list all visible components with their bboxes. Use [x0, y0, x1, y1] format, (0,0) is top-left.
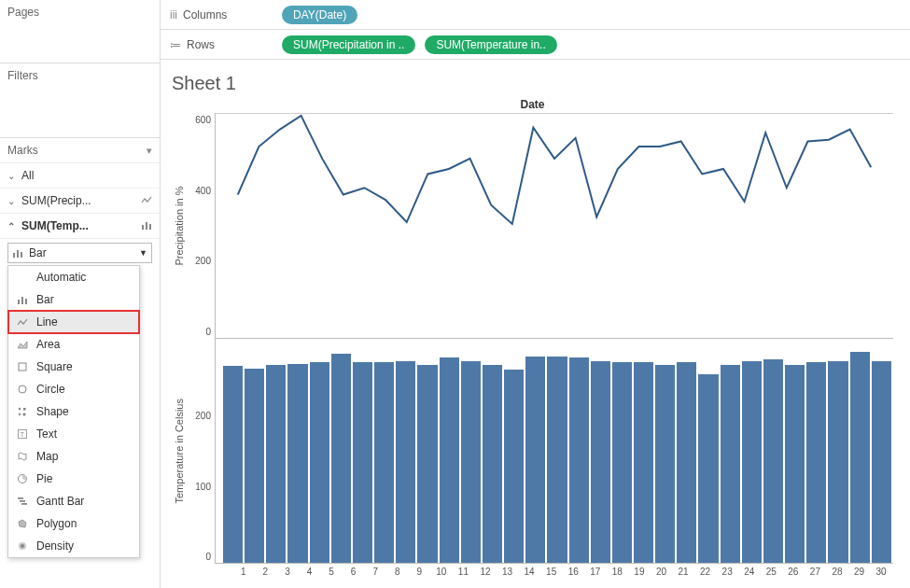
- marks-row-temp[interactable]: ⌃ SUM(Temp...: [0, 213, 160, 238]
- dropdown-item-line[interactable]: Line: [8, 311, 139, 333]
- dropdown-item-label: Automatic: [36, 271, 86, 284]
- svg-rect-4: [17, 250, 19, 258]
- density-icon: [16, 540, 29, 552]
- dropdown-item-label: Gantt Bar: [36, 495, 84, 508]
- bar[interactable]: [872, 361, 891, 563]
- mark-type-dropdown: AutomaticBarLineAreaSquareCircleShapeTTe…: [7, 265, 140, 558]
- bar[interactable]: [266, 365, 286, 563]
- bar[interactable]: [245, 369, 264, 563]
- columns-shelf[interactable]: iii Columns DAY(Date): [161, 0, 910, 30]
- dropdown-item-label: Bar: [36, 293, 54, 306]
- marks-row-label: SUM(Precip...: [21, 194, 136, 207]
- dropdown-item-label: Polygon: [36, 517, 77, 530]
- bar[interactable]: [396, 361, 415, 563]
- bar[interactable]: [353, 362, 372, 563]
- marks-label: Marks: [7, 144, 38, 157]
- bar[interactable]: [655, 365, 675, 563]
- marks-row-label: All: [21, 169, 152, 182]
- dropdown-item-bar[interactable]: Bar: [8, 288, 139, 311]
- collapse-icon[interactable]: ▾: [147, 145, 152, 157]
- line-plot[interactable]: [215, 113, 893, 339]
- bar[interactable]: [742, 361, 762, 563]
- rows-pill-2[interactable]: SUM(Temperature in..: [425, 35, 556, 54]
- svg-rect-16: [18, 497, 23, 499]
- svg-rect-6: [18, 300, 20, 304]
- svg-point-20: [21, 544, 24, 548]
- bar[interactable]: [310, 362, 329, 563]
- y-ticks-temp: 2001000: [187, 339, 215, 565]
- dropdown-item-label: Circle: [36, 383, 65, 396]
- dropdown-item-text[interactable]: TText: [8, 423, 139, 445]
- bar-icon: [16, 294, 29, 305]
- circle-icon: [16, 384, 29, 395]
- svg-rect-8: [25, 299, 27, 304]
- y-axis-label-temp: Temperature in Celsius: [172, 339, 187, 565]
- dropdown-item-density[interactable]: Density: [8, 535, 139, 557]
- dropdown-item-label: Density: [36, 539, 74, 553]
- bar-icon: [141, 219, 152, 232]
- bar[interactable]: [634, 362, 653, 563]
- text-icon: T: [16, 428, 29, 440]
- rows-label: Rows: [187, 38, 215, 51]
- svg-rect-9: [19, 363, 26, 371]
- sidebar: Pages Filters Marks ▾ ⌄ All ⌄ SUM(Precip…: [0, 0, 161, 588]
- dropdown-item-label: Shape: [36, 405, 69, 418]
- dropdown-item-square[interactable]: Square: [8, 356, 139, 378]
- temperature-chart: Temperature in Celsius 2001000: [172, 339, 893, 565]
- svg-rect-0: [142, 225, 144, 230]
- bar[interactable]: [569, 357, 589, 563]
- line-icon: [141, 194, 152, 207]
- bar[interactable]: [785, 365, 805, 563]
- bar[interactable]: [504, 370, 524, 563]
- rows-shelf[interactable]: ≔ Rows SUM(Precipitation in .. SUM(Tempe…: [161, 30, 910, 60]
- dropdown-item-shape[interactable]: Shape: [8, 400, 139, 423]
- bar[interactable]: [721, 365, 740, 563]
- dropdown-item-label: Pie: [36, 472, 52, 485]
- bar[interactable]: [374, 362, 394, 563]
- dropdown-item-map[interactable]: Map: [8, 445, 139, 468]
- svg-rect-7: [21, 297, 23, 304]
- mark-type-selected: Bar: [29, 246, 47, 259]
- pages-panel[interactable]: Pages: [0, 0, 160, 63]
- bar-plot[interactable]: [215, 339, 893, 565]
- dropdown-item-pie[interactable]: Pie: [8, 468, 139, 490]
- bar[interactable]: [223, 366, 243, 563]
- columns-icon: iii: [170, 8, 177, 21]
- bar[interactable]: [763, 359, 783, 563]
- dropdown-item-circle[interactable]: Circle: [8, 378, 139, 400]
- bar[interactable]: [461, 361, 481, 563]
- bar[interactable]: [287, 364, 307, 563]
- mark-type-select[interactable]: Bar ▼: [7, 243, 152, 263]
- marks-row-label: SUM(Temp...: [21, 219, 136, 232]
- dropdown-item-polygon[interactable]: Polygon: [8, 512, 139, 535]
- dropdown-item-label: Map: [36, 450, 58, 463]
- chevron-down-icon: ⌄: [7, 171, 17, 181]
- bar[interactable]: [591, 361, 610, 563]
- bar[interactable]: [612, 362, 632, 563]
- rows-pill-1[interactable]: SUM(Precipitation in ..: [282, 35, 415, 54]
- columns-pill[interactable]: DAY(Date): [282, 6, 357, 24]
- rows-icon: ≔: [170, 38, 181, 51]
- dropdown-item-automatic[interactable]: Automatic: [8, 266, 139, 288]
- dropdown-item-gantt-bar[interactable]: Gantt Bar: [8, 490, 139, 512]
- bar[interactable]: [828, 361, 847, 563]
- polygon-icon: [16, 518, 29, 529]
- marks-row-all[interactable]: ⌄ All: [0, 162, 160, 188]
- bar[interactable]: [850, 352, 870, 563]
- svg-point-10: [19, 385, 26, 393]
- bar[interactable]: [677, 362, 696, 563]
- bar[interactable]: [483, 365, 502, 563]
- marks-row-precip[interactable]: ⌄ SUM(Precip...: [0, 188, 160, 213]
- bar[interactable]: [547, 357, 567, 563]
- bar[interactable]: [417, 365, 437, 563]
- bar[interactable]: [806, 362, 826, 563]
- dropdown-item-area[interactable]: Area: [8, 333, 139, 356]
- x-ticks: 1234567891011121314151617181920212223242…: [172, 564, 893, 577]
- svg-rect-5: [21, 252, 22, 258]
- bar[interactable]: [698, 374, 718, 563]
- filters-panel[interactable]: Filters: [0, 63, 160, 138]
- shape-icon: [16, 406, 29, 417]
- bar[interactable]: [525, 357, 545, 563]
- bar[interactable]: [331, 354, 351, 563]
- bar[interactable]: [440, 357, 459, 563]
